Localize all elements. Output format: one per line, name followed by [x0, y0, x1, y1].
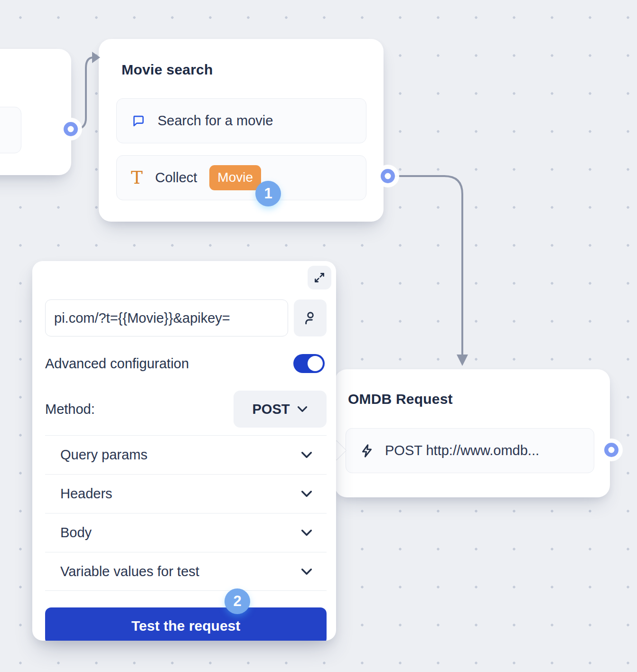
expand-button[interactable] [308, 266, 331, 289]
section-query-params[interactable]: Query params [45, 435, 327, 474]
method-dropdown[interactable]: POST [234, 391, 327, 428]
chat-bubble-icon [131, 114, 145, 128]
node-title: OMDB Request [348, 391, 453, 407]
url-input[interactable] [45, 299, 288, 336]
step-badge-1: 1 [255, 181, 281, 206]
insert-variable-button[interactable] [294, 299, 327, 336]
section-label: Body [60, 525, 92, 541]
block-label: Collect [155, 170, 197, 186]
person-icon [303, 310, 318, 326]
section-label: Variable values for test [60, 564, 199, 579]
expand-icon [313, 271, 326, 284]
toggle-knob [308, 356, 323, 371]
advanced-configuration-toggle[interactable] [293, 354, 325, 373]
config-sections: Query params Headers Body Variable value… [45, 435, 327, 591]
webhook-config-panel[interactable]: Advanced configuration Method: POST Quer… [32, 261, 336, 641]
chevron-down-icon [301, 451, 312, 458]
lightning-icon [359, 443, 375, 458]
block-label: Search for a movie [158, 113, 273, 129]
block-label: POST http://www.omdb... [385, 443, 539, 458]
section-label: Query params [60, 447, 148, 463]
node-title: Movie search [122, 62, 213, 78]
node-partial[interactable] [0, 49, 71, 175]
section-headers[interactable]: Headers [45, 474, 327, 513]
variable-chip-movie[interactable]: Movie [209, 165, 261, 190]
section-body[interactable]: Body [45, 513, 327, 552]
method-label: Method: [45, 401, 95, 417]
node-movie-search[interactable]: Movie search Search for a movie T Collec… [99, 39, 384, 222]
node-omdb-request[interactable]: OMDB Request POST http://www.omdb... [335, 369, 610, 497]
block-question[interactable]: Search for a movie [116, 98, 366, 143]
section-label: Headers [60, 486, 112, 502]
chevron-down-icon [301, 490, 312, 497]
advanced-configuration-label: Advanced configuration [45, 356, 189, 372]
block-collect[interactable]: T Collect Movie [116, 155, 366, 200]
block-webhook[interactable]: POST http://www.omdb... [346, 428, 594, 473]
section-variable-values[interactable]: Variable values for test [45, 552, 327, 591]
step-badge-2: 2 [225, 588, 250, 614]
test-request-button[interactable]: Test the request [45, 607, 327, 641]
chevron-down-icon [301, 568, 312, 575]
chevron-down-icon [301, 529, 312, 536]
text-input-icon: T [131, 169, 143, 187]
node-partial-row[interactable] [0, 107, 21, 153]
method-value: POST [253, 401, 290, 417]
chevron-down-icon [297, 406, 308, 412]
